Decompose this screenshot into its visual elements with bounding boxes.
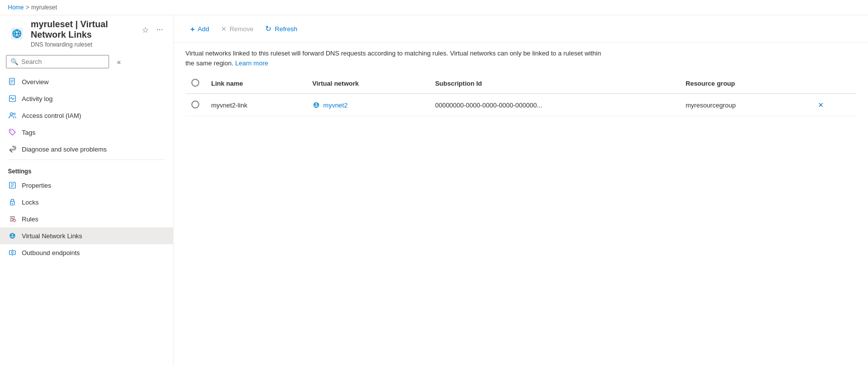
sidebar-item-virtual-network-links-label: Virtual Network Links [22, 232, 82, 240]
col-actions-header [810, 74, 856, 94]
vnet-name: myvnet2 [323, 102, 347, 109]
sidebar-item-properties[interactable]: Properties [0, 177, 173, 194]
svg-point-21 [12, 203, 13, 204]
table-header: Link name Virtual network Subscription I… [185, 74, 856, 94]
sidebar-nav: Overview Activity log Access control (IA… [0, 73, 173, 261]
sidebar-item-rules[interactable]: Rules [0, 210, 173, 227]
svg-point-6 [19, 35, 21, 37]
select-all-header [185, 74, 205, 94]
sidebar-item-overview-label: Overview [22, 78, 49, 86]
add-icon: + [190, 25, 195, 33]
sidebar-item-access-control-label: Access control (IAM) [22, 112, 81, 119]
sidebar-item-rules-label: Rules [22, 215, 38, 223]
sidebar-item-locks-label: Locks [22, 199, 39, 206]
sidebar: myruleset | Virtual Network Links ☆ ··· … [0, 15, 174, 366]
nav-divider-1 [8, 159, 165, 160]
svg-rect-30 [9, 251, 15, 255]
svg-point-14 [10, 130, 11, 131]
sidebar-item-locks[interactable]: Locks [0, 194, 173, 210]
svg-point-33 [11, 252, 13, 254]
svg-point-29 [13, 234, 15, 236]
resource-subtitle: DNS forwarding ruleset [31, 41, 165, 48]
breadcrumb: Home > myruleset [0, 0, 868, 15]
search-box: 🔍 [6, 55, 109, 68]
search-input[interactable] [21, 58, 105, 65]
table-body: myvnet2-link [185, 94, 856, 116]
svg-point-3 [13, 31, 15, 33]
more-button[interactable]: ··· [155, 24, 165, 35]
activity-icon [8, 94, 17, 103]
svg-point-25 [13, 219, 16, 222]
settings-section-label: Settings [0, 162, 173, 177]
refresh-button[interactable]: ↻ Refresh [260, 21, 302, 36]
sidebar-item-properties-label: Properties [22, 182, 51, 189]
resource-name-text: myruleset | Virtual Network Links [31, 19, 132, 40]
svg-point-13 [13, 113, 15, 115]
search-icon: 🔍 [10, 58, 18, 65]
tag-icon [8, 128, 17, 137]
svg-point-37 [317, 104, 319, 105]
people-icon [8, 111, 17, 120]
svg-line-15 [10, 150, 12, 152]
learn-more-link[interactable]: Learn more [235, 59, 268, 67]
add-label: Add [198, 25, 209, 33]
resource-title: myruleset | Virtual Network Links ☆ ··· [31, 19, 165, 40]
sidebar-item-activity-log-label: Activity log [22, 95, 53, 103]
svg-point-4 [19, 31, 21, 33]
resource-header: myruleset | Virtual Network Links ☆ ··· … [0, 15, 173, 50]
row-subscription-id: 00000000-0000-0000-0000-000000... [429, 94, 680, 116]
wrench-icon [8, 145, 17, 154]
delete-row-button[interactable]: ✕ [816, 99, 826, 111]
breadcrumb-home[interactable]: Home [8, 4, 24, 11]
table-container: Link name Virtual network Subscription I… [174, 74, 868, 366]
vnet-links-icon [8, 231, 17, 240]
resource-icon [8, 25, 26, 43]
main-content: + Add ✕ Remove ↻ Refresh Virtual network… [174, 15, 868, 366]
row-resource-group: myresourcegroup [680, 94, 810, 116]
sidebar-item-outbound-endpoints-label: Outbound endpoints [22, 249, 80, 257]
remove-icon: ✕ [221, 25, 227, 33]
rules-icon [8, 214, 17, 223]
sidebar-item-overview[interactable]: Overview [0, 73, 173, 90]
table-row: myvnet2-link [185, 94, 856, 116]
sidebar-item-activity-log[interactable]: Activity log [0, 90, 173, 107]
svg-point-12 [10, 113, 13, 115]
sidebar-item-diagnose[interactable]: Diagnose and solve problems [0, 141, 173, 157]
refresh-label: Refresh [275, 25, 297, 33]
select-all-radio[interactable] [191, 79, 199, 87]
collapse-sidebar-button[interactable]: « [115, 56, 123, 68]
remove-button[interactable]: ✕ Remove [216, 22, 258, 36]
breadcrumb-separator: > [26, 4, 29, 11]
row-select-radio[interactable] [191, 101, 199, 108]
breadcrumb-current: myruleset [31, 4, 57, 11]
col-virtual-network: Virtual network [306, 74, 429, 94]
col-link-name: Link name [205, 74, 306, 94]
svg-point-28 [10, 234, 12, 236]
lock-icon [8, 198, 17, 207]
col-subscription-id: Subscription Id [429, 74, 680, 94]
vnet-link[interactable]: myvnet2 [312, 101, 423, 109]
row-virtual-network: myvnet2 [306, 94, 429, 116]
remove-label: Remove [230, 25, 253, 33]
endpoint-icon [8, 248, 17, 257]
sidebar-item-tags-label: Tags [22, 129, 35, 136]
links-table: Link name Virtual network Subscription I… [185, 74, 856, 116]
sidebar-item-virtual-network-links[interactable]: Virtual Network Links [0, 227, 173, 244]
sidebar-item-tags[interactable]: Tags [0, 124, 173, 141]
title-actions: ☆ ··· [140, 24, 165, 36]
search-row: 🔍 « [0, 50, 173, 73]
document-icon [8, 77, 17, 86]
row-select-cell [185, 94, 205, 116]
resource-title-block: myruleset | Virtual Network Links ☆ ··· … [31, 19, 165, 48]
toolbar: + Add ✕ Remove ↻ Refresh [174, 15, 868, 43]
svg-point-36 [314, 104, 316, 105]
add-button[interactable]: + Add [185, 22, 214, 36]
table-header-row: Link name Virtual network Subscription I… [185, 74, 856, 94]
row-actions: ✕ [810, 94, 856, 116]
favorite-button[interactable]: ☆ [140, 24, 151, 36]
col-resource-group: Resource group [680, 74, 810, 94]
sidebar-item-outbound-endpoints[interactable]: Outbound endpoints [0, 244, 173, 261]
sidebar-item-access-control[interactable]: Access control (IAM) [0, 107, 173, 124]
properties-icon [8, 181, 17, 190]
refresh-icon: ↻ [265, 24, 272, 33]
